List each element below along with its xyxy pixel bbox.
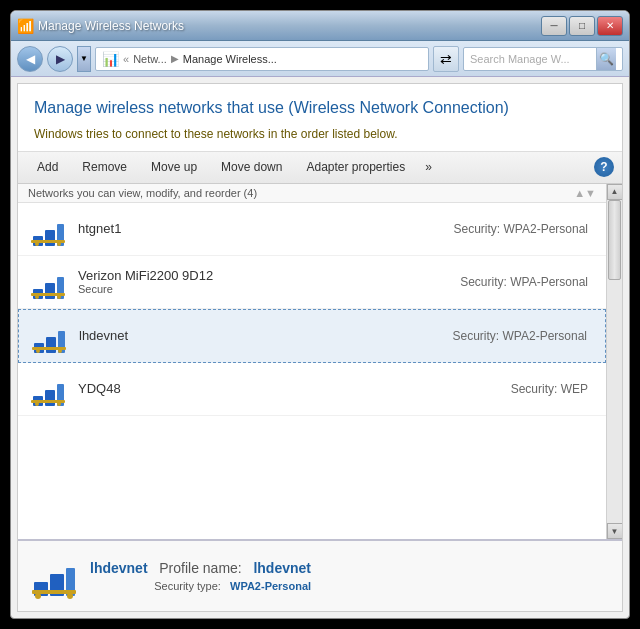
network-info-2: Verizon MiFi2200 9D12 Secure [78,268,460,295]
network-icon-4 [28,369,68,409]
network-security-1: Security: WPA2-Personal [454,222,597,236]
breadcrumb-icon: 📊 [102,51,119,67]
remove-button[interactable]: Remove [71,156,138,178]
breadcrumb-text-1: Netw... [133,53,167,65]
search-placeholder: Search Manage W... [470,53,592,65]
network-list: Networks you can view, modify, and reord… [18,184,606,539]
network-item-lhdevnet[interactable]: lhdevnet Security: WPA2-Personal [18,309,606,363]
search-button[interactable]: 🔍 [596,48,616,70]
maximize-button[interactable]: □ [569,16,595,36]
breadcrumb-separator: ▶ [171,53,179,64]
breadcrumb: 📊 « Netw... ▶ Manage Wireless... [95,47,429,71]
search-bar: Search Manage W... 🔍 [463,47,623,71]
add-button[interactable]: Add [26,156,69,178]
content-header: Manage wireless networks that use (Wirel… [18,84,622,152]
svg-rect-13 [46,337,56,353]
network-sub-2: Secure [78,283,460,295]
network-name-4: YDQ48 [78,381,511,396]
more-button[interactable]: » [418,156,439,178]
svg-point-5 [57,242,61,246]
network-item-htgnet1[interactable]: htgnet1 Security: WPA2-Personal [18,203,606,256]
network-info-1: htgnet1 [78,221,454,236]
detail-security: Security type: WPA2-Personal [90,580,610,592]
address-bar: ◀ ▶ ▼ 📊 « Netw... ▶ Manage Wireless... ⇄… [11,41,629,77]
page-subtitle: Windows tries to connect to these networ… [34,127,606,141]
window-title: Manage Wireless Networks [38,19,184,33]
svg-point-10 [35,295,39,299]
minimize-button[interactable]: ─ [541,16,567,36]
network-name-3: lhdevnet [79,328,453,343]
network-security-2: Security: WPA-Personal [460,275,596,289]
svg-point-4 [35,242,39,246]
move-up-button[interactable]: Move up [140,156,208,178]
breadcrumb-item-1: « [123,53,129,65]
network-icon-1 [28,209,68,249]
help-button[interactable]: ? [594,157,614,177]
refresh-button[interactable]: ⇄ [433,46,459,72]
window-controls: ─ □ ✕ [541,16,623,36]
detail-icon [30,552,78,600]
svg-point-16 [36,349,40,353]
main-window: 📶 Manage Wireless Networks ─ □ ✕ ◀ ▶ ▼ 📊… [10,10,630,619]
svg-point-11 [57,295,61,299]
detail-name: lhdevnet Profile name: lhdevnet [90,560,610,576]
svg-rect-1 [45,230,55,246]
move-down-button[interactable]: Move down [210,156,293,178]
adapter-properties-button[interactable]: Adapter properties [295,156,416,178]
network-name-2: Verizon MiFi2200 9D12 [78,268,460,283]
scroll-down-button[interactable]: ▼ [607,523,623,539]
close-button[interactable]: ✕ [597,16,623,36]
network-info-3: lhdevnet [79,328,453,343]
forward-button[interactable]: ▶ [47,46,73,72]
back-button[interactable]: ◀ [17,46,43,72]
network-icon-3 [29,316,69,356]
network-icon-2 [28,262,68,302]
network-item-ydq48[interactable]: YDQ48 Security: WEP [18,363,606,416]
scrollbar: ▲ ▼ [606,184,622,539]
svg-point-17 [58,349,62,353]
network-list-area: Networks you can view, modify, and reord… [18,184,622,539]
page-title: Manage wireless networks that use (Wirel… [34,98,606,119]
detail-info: lhdevnet Profile name: lhdevnet Security… [90,560,610,592]
scroll-thumb[interactable] [608,200,621,280]
network-security-4: Security: WEP [511,382,596,396]
scroll-up-button[interactable]: ▲ [607,184,623,200]
network-info-4: YDQ48 [78,381,511,396]
detail-panel: lhdevnet Profile name: lhdevnet Security… [18,539,622,611]
history-dropdown[interactable]: ▼ [77,46,91,72]
title-bar: 📶 Manage Wireless Networks ─ □ ✕ [11,11,629,41]
svg-point-29 [67,593,73,599]
svg-rect-7 [45,283,55,299]
svg-point-23 [57,402,61,406]
svg-point-28 [35,593,41,599]
content-area: Manage wireless networks that use (Wirel… [17,83,623,612]
breadcrumb-text-2: Manage Wireless... [183,53,277,65]
svg-rect-19 [45,390,55,406]
toolbar: Add Remove Move up Move down Adapter pro… [18,152,622,184]
network-name-1: htgnet1 [78,221,454,236]
network-security-3: Security: WPA2-Personal [453,329,596,343]
list-header: Networks you can view, modify, and reord… [18,184,606,203]
svg-point-22 [35,402,39,406]
refresh-icon: ⇄ [440,51,452,67]
network-item-verizon[interactable]: Verizon MiFi2200 9D12 Secure Security: W… [18,256,606,309]
scroll-track[interactable] [607,200,622,523]
